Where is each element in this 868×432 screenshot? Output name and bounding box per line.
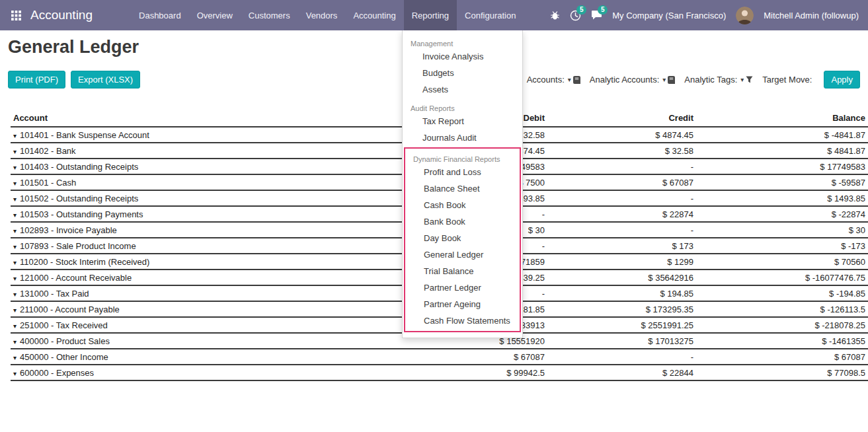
account-name: 600000 - Expenses <box>20 368 94 378</box>
account-cell: ▾121000 - Account Receivable <box>11 270 422 285</box>
dropdown-item[interactable]: Trial Balance <box>405 263 520 279</box>
dropdown-item[interactable]: Profit and Loss <box>405 164 520 180</box>
credit-cell: $ 32.58 <box>547 143 696 159</box>
expand-caret-icon[interactable]: ▾ <box>13 211 17 219</box>
filter-analytic-accounts[interactable]: Analytic Accounts: ▾ <box>590 75 676 85</box>
dropdown-item[interactable]: General Ledger <box>405 246 520 263</box>
account-cell: ▾251000 - Tax Received <box>11 317 422 333</box>
filter-target-move[interactable]: Target Move: <box>762 75 812 85</box>
navbar-item-accounting[interactable]: Accounting <box>345 0 403 30</box>
app-name[interactable]: Accounting <box>30 8 93 22</box>
export-xlsx-button[interactable]: Export (XLSX) <box>71 71 140 89</box>
caret-down-icon: ▾ <box>740 76 744 83</box>
dropdown-item[interactable]: Day Book <box>405 230 520 246</box>
credit-cell: - <box>547 222 696 238</box>
dropdown-item[interactable]: Budgets <box>403 65 522 81</box>
expand-caret-icon[interactable]: ▾ <box>13 370 17 377</box>
credit-cell: - <box>547 159 696 174</box>
expand-caret-icon[interactable]: ▾ <box>13 132 17 139</box>
journal-book-icon <box>668 76 675 84</box>
top-navbar: Accounting Dashboard Overview Customers … <box>0 0 868 30</box>
dropdown-item[interactable]: Cash Book <box>405 197 520 213</box>
account-cell: ▾101503 - Outstanding Payments <box>11 206 422 222</box>
balance-cell: $ -4841.87 <box>696 127 868 143</box>
main-menu: Dashboard Overview Customers Vendors Acc… <box>131 0 524 30</box>
expand-caret-icon[interactable]: ▾ <box>13 306 17 314</box>
ledger-row[interactable]: ▾600000 - Expenses $ 99942.5 $ 22844 $ 7… <box>11 365 868 380</box>
credit-cell: $ 1299 <box>547 254 696 270</box>
navbar-item-reporting[interactable]: Reporting <box>404 0 457 30</box>
account-name: 107893 - Sale Product Income <box>20 241 136 251</box>
user-menu[interactable]: Mitchell Admin (followup) <box>764 11 859 20</box>
dropdown-item[interactable]: Invoice Analysis <box>403 48 522 65</box>
expand-caret-icon[interactable]: ▾ <box>13 275 17 282</box>
caret-down-icon: ▾ <box>568 76 571 83</box>
dropdown-item[interactable]: Cash Flow Statements <box>405 312 520 329</box>
dropdown-item[interactable]: Bank Book <box>405 213 520 230</box>
expand-caret-icon[interactable]: ▾ <box>13 227 17 234</box>
balance-cell: $ 4841.87 <box>696 143 868 159</box>
balance-cell: $ -173 <box>696 238 868 254</box>
caret-down-icon: ▾ <box>662 76 666 83</box>
apps-grid-icon[interactable] <box>7 0 25 30</box>
expand-caret-icon[interactable]: ▾ <box>13 338 17 345</box>
debit-cell: $ 67087 <box>422 349 547 365</box>
expand-caret-icon[interactable]: ▾ <box>13 322 17 330</box>
account-name: 110200 - Stock Interim (Received) <box>20 257 149 267</box>
credit-cell: - <box>547 349 696 365</box>
expand-caret-icon[interactable]: ▾ <box>13 243 17 250</box>
ledger-row[interactable]: ▾450000 - Other Income $ 67087 - $ 67087 <box>11 349 868 365</box>
expand-caret-icon[interactable]: ▾ <box>13 259 17 266</box>
navbar-item-dashboard[interactable]: Dashboard <box>131 0 189 30</box>
column-header-balance: Balance <box>696 111 868 127</box>
account-name: 101402 - Bank <box>20 146 76 156</box>
dropdown-item[interactable]: Partner Ledger <box>405 279 520 296</box>
dropdown-item-list: Invoice AnalysisBudgetsAssets <box>403 48 522 98</box>
credit-cell: $ 4874.45 <box>547 127 696 143</box>
credit-cell: $ 22844 <box>547 365 696 380</box>
apply-button[interactable]: Apply <box>824 71 860 89</box>
print-pdf-button[interactable]: Print (PDF) <box>8 71 65 89</box>
dropdown-section-header: Audit Reports <box>403 98 522 113</box>
account-cell: ▾450000 - Other Income <box>11 349 422 365</box>
dropdown-section-audit-reports: Audit Reports Tax ReportJournals Audit <box>403 98 522 146</box>
journal-book-icon <box>573 76 580 84</box>
credit-cell: $ 17013275 <box>547 333 696 349</box>
balance-cell: $ -16077476.75 <box>696 270 868 285</box>
account-cell: ▾131000 - Tax Paid <box>11 285 422 301</box>
balance-cell: $ -22874 <box>696 206 868 222</box>
company-switcher[interactable]: My Company (San Francisco) <box>612 11 726 20</box>
bug-icon[interactable] <box>550 10 560 20</box>
activities-clock-icon[interactable]: 5 <box>570 10 581 21</box>
filter-analytic-tags[interactable]: Analytic Tags: ▾ <box>684 75 753 85</box>
navbar-item-vendors[interactable]: Vendors <box>298 0 346 30</box>
dropdown-item[interactable]: Assets <box>403 81 522 98</box>
navbar-item-customers[interactable]: Customers <box>241 0 298 30</box>
account-cell: ▾101401 - Bank Suspense Account <box>11 127 422 143</box>
dropdown-item[interactable]: Partner Ageing <box>405 296 520 312</box>
avatar[interactable] <box>736 7 754 24</box>
credit-cell: $ 2551991.25 <box>547 317 696 333</box>
expand-caret-icon[interactable]: ▾ <box>13 354 17 361</box>
navbar-item-configuration[interactable]: Configuration <box>457 0 524 30</box>
expand-caret-icon[interactable]: ▾ <box>13 196 17 203</box>
dropdown-item[interactable]: Tax Report <box>403 113 522 129</box>
balance-cell: $ 70560 <box>696 254 868 270</box>
balance-cell: $ -1461355 <box>696 333 868 349</box>
account-name: 101401 - Bank Suspense Account <box>20 130 149 140</box>
expand-caret-icon[interactable]: ▾ <box>13 148 17 155</box>
account-cell: ▾400000 - Product Sales <box>11 333 422 349</box>
filter-accounts[interactable]: Accounts: ▾ <box>527 75 580 85</box>
dropdown-item[interactable]: Balance Sheet <box>405 180 520 197</box>
messages-chat-icon[interactable]: 5 <box>591 10 602 20</box>
dropdown-item[interactable]: Journals Audit <box>403 129 522 146</box>
account-cell: ▾107893 - Sale Product Income <box>11 238 422 254</box>
balance-cell: $ -194.85 <box>696 285 868 301</box>
credit-cell: $ 67087 <box>547 174 696 190</box>
expand-caret-icon[interactable]: ▾ <box>13 164 17 171</box>
credit-cell: $ 35642916 <box>547 270 696 285</box>
account-name: 101403 - Outstanding Receipts <box>20 162 138 172</box>
navbar-item-overview[interactable]: Overview <box>189 0 241 30</box>
expand-caret-icon[interactable]: ▾ <box>13 180 17 187</box>
expand-caret-icon[interactable]: ▾ <box>13 291 17 298</box>
